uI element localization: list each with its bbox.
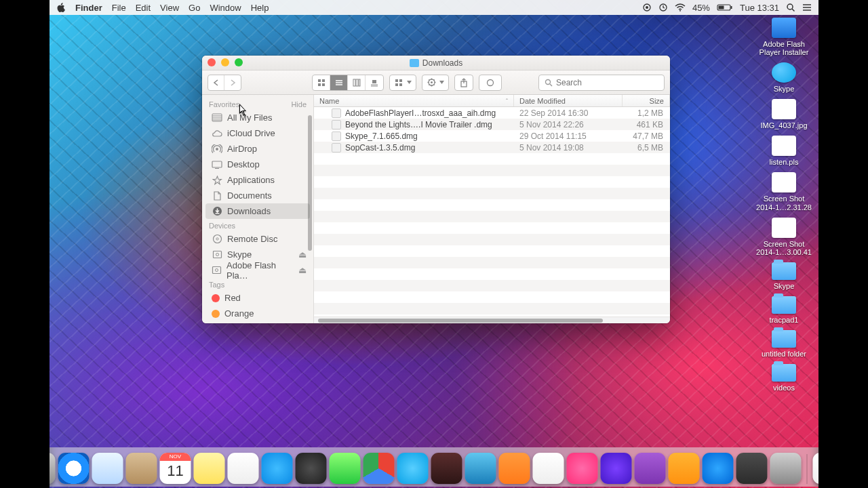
col-date[interactable]: Date Modified	[514, 95, 623, 106]
screen-record-icon[interactable]	[642, 3, 652, 12]
horizontal-scrollbar[interactable]	[314, 317, 670, 323]
dock-app-onenote[interactable]	[635, 453, 666, 484]
desktop-icon[interactable]: tracpad1	[753, 296, 814, 324]
share-button[interactable]	[454, 75, 473, 91]
file-size: 47,7 MB	[623, 131, 670, 141]
sidebar-item-label: Documents	[227, 190, 272, 201]
dock-app-reminders[interactable]	[228, 453, 259, 484]
dock-app-photos[interactable]	[431, 453, 462, 484]
dock-app-app-store[interactable]	[703, 453, 734, 484]
desktop-icon[interactable]: Screen Shot 2014-1…2.31.28	[753, 172, 814, 211]
icon-view-button[interactable]	[313, 75, 330, 90]
dock-document[interactable]	[813, 453, 819, 484]
sidebar-item[interactable]: Documents	[202, 188, 313, 203]
dock-app-preview[interactable]	[465, 453, 496, 484]
dock-app-imovie[interactable]	[601, 453, 632, 484]
desktop-icon[interactable]: Skype	[753, 262, 814, 290]
folder-proxy-icon[interactable]	[410, 59, 419, 67]
col-size[interactable]: Size	[623, 95, 670, 106]
clock[interactable]: Tue 13:31	[740, 3, 779, 13]
dock-app-quicktime[interactable]	[296, 453, 327, 484]
minimize-button[interactable]	[221, 58, 229, 66]
forward-button[interactable]	[224, 75, 241, 90]
menu-edit[interactable]: Edit	[136, 3, 151, 13]
sidebar-item[interactable]: Remote Disc	[202, 231, 313, 247]
search-input[interactable]	[556, 78, 658, 87]
dock-app-contacts[interactable]	[126, 453, 157, 484]
desktop-icon[interactable]: videos	[753, 364, 814, 392]
sidebar-item[interactable]: All My Files	[202, 110, 313, 125]
sidebar-item[interactable]: Orange	[202, 306, 313, 321]
dock-app-other[interactable]	[736, 453, 768, 484]
app-name[interactable]: Finder	[75, 3, 102, 13]
desktop-icon[interactable]: Skype	[753, 62, 814, 93]
dock-app-vlc[interactable]	[533, 453, 564, 484]
menu-go[interactable]: Go	[189, 3, 200, 13]
icloud-icon	[212, 129, 222, 138]
dock-app-skype-dock[interactable]	[397, 453, 429, 484]
dock-app-launchpad[interactable]	[50, 453, 56, 484]
sidebar-item[interactable]: Applications	[202, 172, 313, 188]
battery-icon[interactable]	[717, 3, 733, 12]
desktop-icon[interactable]: listen.pls	[753, 136, 814, 166]
search-field[interactable]	[538, 75, 665, 91]
desktop-icon-label: Skype	[774, 85, 795, 93]
back-button[interactable]	[208, 75, 224, 90]
dock-app-system-preferences[interactable]	[770, 453, 802, 484]
menu-file[interactable]: File	[112, 3, 126, 13]
spotlight-icon[interactable]	[786, 3, 795, 12]
menu-window[interactable]: Window	[210, 3, 241, 13]
dock-app-messages-blue[interactable]	[262, 453, 293, 484]
dock-app-safari[interactable]	[58, 453, 90, 484]
arrange-menu[interactable]	[389, 75, 416, 91]
svg-line-36	[433, 84, 434, 85]
sidebar-item[interactable]: Desktop	[202, 157, 313, 172]
dock-app-calendar[interactable]: NOV11	[160, 453, 191, 484]
desktop-icon[interactable]: Screen Shot 2014-1…3.00.41	[753, 218, 814, 256]
sidebar-item[interactable]: Downloads	[205, 203, 310, 219]
coverflow-view-button[interactable]	[366, 75, 383, 90]
hide-favorites[interactable]: Hide	[291, 100, 307, 108]
dock-app-chrome[interactable]	[363, 453, 395, 484]
eject-icon[interactable]: ⏏	[298, 249, 307, 260]
desktop-icon-glyph	[772, 364, 796, 382]
wifi-icon[interactable]	[675, 3, 686, 12]
sidebar-item[interactable]: Adobe Flash Pla…⏏	[202, 262, 313, 278]
desktop-icon[interactable]: IMG_4037.jpg	[753, 99, 814, 129]
file-list[interactable]: AdobeFlashPlayerI…trosxd_aaa_aih.dmg22 S…	[314, 107, 670, 317]
battery-percent: 45%	[692, 3, 710, 13]
sidebar-scrollbar[interactable]	[308, 115, 312, 251]
svg-point-47	[216, 148, 218, 150]
close-button[interactable]	[208, 58, 216, 66]
sidebar-item[interactable]: Red	[202, 290, 313, 306]
apple-menu[interactable]	[56, 3, 66, 12]
dock-app-mail[interactable]	[92, 453, 123, 484]
menu-help[interactable]: Help	[251, 3, 269, 13]
notification-center-icon[interactable]	[802, 3, 812, 12]
list-view-button[interactable]	[330, 75, 348, 90]
eject-icon[interactable]: ⏏	[298, 265, 307, 275]
sidebar-item[interactable]: AirDrop	[202, 141, 313, 157]
dock-app-ibooks[interactable]	[669, 453, 700, 484]
action-menu[interactable]	[422, 75, 449, 91]
dock-app-itunes[interactable]	[567, 453, 598, 484]
dock-app-pages[interactable]	[499, 453, 530, 484]
svg-rect-15	[322, 83, 325, 86]
desktop-icon[interactable]: Adobe Flash Player Installer	[753, 18, 814, 56]
column-view-button[interactable]	[348, 75, 366, 90]
edit-tags-button[interactable]	[479, 75, 502, 91]
sidebar-item[interactable]: iCloud Drive	[202, 125, 313, 141]
window-titlebar[interactable]: Downloads	[202, 56, 670, 70]
desktop-icon[interactable]: untitled folder	[753, 330, 814, 358]
col-name[interactable]: Nameˆ	[314, 95, 514, 106]
file-row[interactable]: SopCast-1.3.5.dmg5 Nov 2014 19:086,5 MB	[314, 142, 670, 153]
zoom-button[interactable]	[235, 58, 243, 66]
dock-app-messages[interactable]	[330, 453, 361, 484]
file-row[interactable]: Beyond the Lights….I Movie Trailer .dmg5…	[314, 119, 670, 130]
file-row[interactable]: Skype_7.1.665.dmg29 Oct 2014 11:1547,7 M…	[314, 130, 670, 142]
menu-view[interactable]: View	[160, 3, 179, 13]
dock-app-notes[interactable]	[194, 453, 225, 484]
file-row[interactable]: AdobeFlashPlayerI…trosxd_aaa_aih.dmg22 S…	[314, 107, 670, 119]
desktop-icon-label: Screen Shot 2014-1…3.00.41	[754, 240, 814, 256]
time-machine-icon[interactable]	[658, 3, 668, 12]
